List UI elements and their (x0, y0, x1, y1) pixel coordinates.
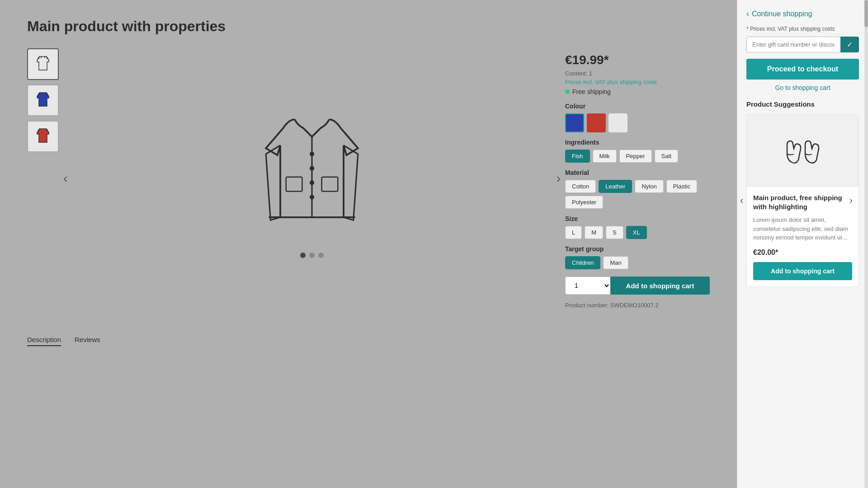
product-info: €19.99* Content: 1 Prices incl. VAT plus… (565, 48, 710, 309)
sidebar: ‹ Continue shopping * Prices incl. VAT p… (737, 0, 868, 488)
discount-input[interactable] (746, 37, 840, 52)
material-cotton[interactable]: Cotton (565, 180, 596, 193)
size-s[interactable]: S (606, 226, 623, 239)
product-number-value: SWDEMO10007.2 (610, 302, 659, 309)
size-m[interactable]: M (585, 226, 603, 239)
add-to-cart-row: 1 2 3 Add to shopping cart (565, 277, 710, 295)
suggestion-price: €20.00* (753, 249, 852, 257)
material-section: Material Cotton Leather Nylon Plastic Po… (565, 169, 710, 209)
material-plastic[interactable]: Plastic (666, 180, 697, 193)
suggestion-add-button[interactable]: Add to shopping cart (753, 262, 852, 280)
colour-blue[interactable] (565, 113, 584, 132)
product-image (235, 99, 389, 244)
next-image-button[interactable]: › (557, 171, 561, 186)
svg-point-3 (310, 195, 314, 199)
target-group-options: Children Man (565, 256, 710, 269)
ingredient-milk[interactable]: Milk (593, 150, 617, 163)
sidebar-inner: ‹ Continue shopping * Prices incl. VAT p… (737, 0, 868, 488)
suggestion-title: Main product, free shipping with highlig… (753, 193, 852, 211)
shipping-dot (565, 89, 570, 94)
discount-row: ✓ (746, 37, 859, 52)
prev-image-button[interactable]: ‹ (63, 171, 67, 186)
quantity-select[interactable]: 1 2 3 (565, 277, 610, 295)
material-options: Cotton Leather Nylon Plastic Polyester (565, 180, 710, 209)
svg-rect-5 (322, 177, 338, 192)
colour-section: Colour (565, 103, 710, 132)
ingredient-fish[interactable]: Fish (565, 150, 590, 163)
product-price: €19.99* (565, 53, 710, 67)
scrollbar-thumb (864, 0, 868, 27)
suggestion-card: Main product, free shipping with highlig… (746, 114, 859, 287)
svg-rect-4 (286, 177, 302, 192)
target-man[interactable]: Man (603, 256, 628, 269)
target-group-label: Target group (565, 245, 710, 253)
product-suggestions-title: Product Suggestions (746, 100, 859, 108)
ingredient-pepper[interactable]: Pepper (619, 150, 652, 163)
size-options: L M S XL (565, 226, 710, 239)
material-nylon[interactable]: Nylon (635, 180, 663, 193)
ingredients-options: Fish Milk Pepper Salt (565, 150, 710, 163)
add-to-cart-button[interactable]: Add to shopping cart (610, 277, 710, 295)
vat-note: * Prices incl. VAT plus shipping costs (746, 26, 859, 32)
material-label: Material (565, 169, 710, 176)
shipping-link[interactable]: Prices incl. VAT plus shipping costs (565, 79, 657, 85)
ingredients-section: Ingredients Fish Milk Pepper Salt (565, 139, 710, 163)
suggestion-image (747, 115, 859, 187)
ingredients-label: Ingredients (565, 139, 710, 146)
colour-white[interactable] (609, 113, 627, 132)
thumbnail-list (27, 48, 59, 309)
suggestion-content: Main product, free shipping with highlig… (747, 187, 859, 286)
continue-shopping-label: Continue shopping (752, 10, 812, 18)
product-number: Product number: SWDEMO10007.2 (565, 302, 710, 309)
dot-2 (309, 253, 315, 258)
size-l[interactable]: L (565, 226, 582, 239)
suggestion-next-button[interactable]: › (849, 195, 853, 206)
colour-options (565, 113, 710, 132)
image-dots (300, 253, 324, 258)
continue-shopping-link[interactable]: ‹ Continue shopping (746, 9, 859, 19)
tab-description[interactable]: Description (27, 336, 61, 346)
material-leather[interactable]: Leather (599, 180, 632, 193)
thumbnail-white[interactable] (27, 48, 59, 80)
target-group-section: Target group Children Man (565, 245, 710, 269)
svg-point-0 (310, 152, 314, 156)
target-children[interactable]: Children (565, 256, 600, 269)
thumbnail-red[interactable] (27, 121, 59, 152)
dot-3 (318, 253, 324, 258)
product-tabs: Description Reviews (27, 336, 710, 347)
size-section: Size L M S XL (565, 215, 710, 239)
suggestion-prev-button[interactable]: ‹ (740, 195, 743, 206)
dot-1 (300, 253, 306, 258)
size-label: Size (565, 215, 710, 222)
material-polyester[interactable]: Polyester (565, 196, 603, 209)
product-content: Content: 1 (565, 70, 710, 77)
discount-apply-button[interactable]: ✓ (840, 37, 859, 52)
chevron-left-icon: ‹ (746, 9, 749, 19)
tab-reviews[interactable]: Reviews (75, 336, 100, 346)
svg-point-1 (310, 166, 314, 171)
colour-red[interactable] (587, 113, 606, 132)
main-image-container: ‹ (77, 48, 547, 309)
suggestion-wrapper: ‹ (746, 114, 859, 287)
ingredient-salt[interactable]: Salt (655, 150, 678, 163)
svg-point-2 (310, 180, 314, 185)
free-shipping-label: Free shipping (572, 88, 611, 95)
scrollbar[interactable] (864, 0, 868, 488)
size-xl[interactable]: XL (626, 226, 647, 239)
product-number-label: Product number: (565, 302, 609, 309)
thumbnail-blue[interactable] (27, 84, 59, 116)
suggestion-description: Lorem ipsum dolor sit amet, consetetur s… (753, 216, 852, 242)
colour-label: Colour (565, 103, 710, 110)
go-to-cart-link[interactable]: Go to shopping cart (746, 84, 859, 91)
free-shipping-badge: Free shipping (565, 88, 710, 95)
checkout-button[interactable]: Proceed to checkout (746, 59, 859, 80)
page-title: Main product with properties (27, 18, 710, 35)
